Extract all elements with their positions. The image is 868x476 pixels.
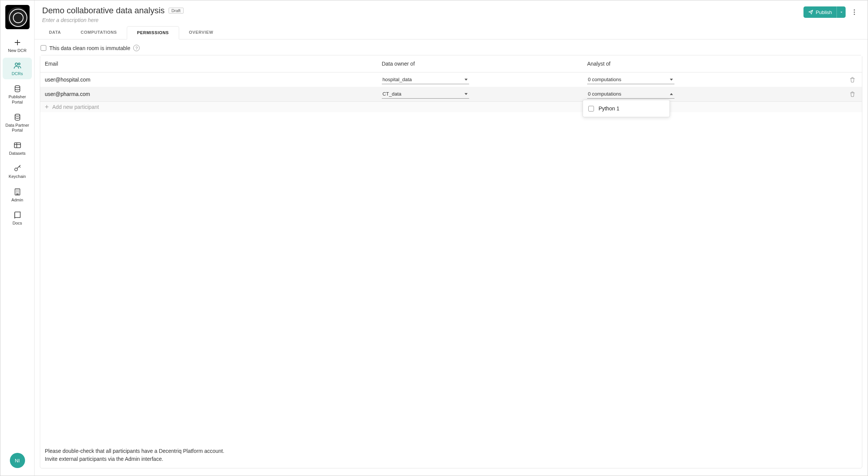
sidebar-item-new-dcr[interactable]: New DCR <box>3 35 32 56</box>
footer-line-1: Please double-check that all participant… <box>45 447 857 455</box>
cell-actions <box>788 72 862 87</box>
owner-value: CT_data <box>383 91 402 97</box>
topbar: Demo collaborative data analysis Draft P… <box>35 0 868 26</box>
plus-icon <box>13 38 22 47</box>
delete-row-button[interactable] <box>848 75 857 85</box>
analyst-select[interactable]: 0 computations <box>587 75 674 84</box>
sidebar-item-data-partner-portal[interactable]: Data Partner Portal <box>3 109 32 136</box>
tab-permissions[interactable]: PERMISSIONS <box>127 26 179 39</box>
svg-rect-4 <box>14 143 20 148</box>
sidebar-item-admin[interactable]: Admin <box>3 184 32 206</box>
sidebar-item-label: New DCR <box>8 48 27 53</box>
add-participant-label: Add new participant <box>52 104 99 110</box>
user-avatar[interactable]: NI <box>10 453 25 468</box>
permissions-panel: Email Data owner of Analyst of user@hosp… <box>40 55 862 468</box>
svg-point-8 <box>854 12 855 13</box>
sidebar-item-label: Publisher Portal <box>3 94 31 104</box>
more-menu-button[interactable] <box>849 6 860 18</box>
col-header-owner: Data owner of <box>377 55 583 72</box>
immutable-checkbox[interactable] <box>41 45 46 51</box>
cell-email[interactable]: user@pharma.com <box>40 87 377 102</box>
option-label: Python 1 <box>599 105 619 112</box>
key-icon <box>13 164 22 173</box>
footer-note: Please double-check that all participant… <box>40 443 862 468</box>
sidebar-item-label: Admin <box>11 198 23 203</box>
svg-point-0 <box>15 63 17 65</box>
sidebar: New DCR DCRs Publisher Portal Data Partn… <box>0 0 35 476</box>
tab-label: DATA <box>49 30 61 35</box>
option-checkbox[interactable] <box>588 106 594 112</box>
sidebar-item-keychain[interactable]: Keychain <box>3 160 32 182</box>
tab-label: COMPUTATIONS <box>81 30 117 35</box>
tab-data[interactable]: DATA <box>39 26 71 39</box>
owner-select[interactable]: hospital_data <box>382 75 469 84</box>
plus-icon: + <box>45 103 49 111</box>
cell-owner: CT_data <box>377 87 583 102</box>
add-participant-cell[interactable]: + Add new participant <box>40 102 862 113</box>
col-header-email: Email <box>40 55 377 72</box>
paper-plane-icon <box>808 9 813 15</box>
sidebar-item-publisher-portal[interactable]: Publisher Portal <box>3 81 32 107</box>
col-header-analyst: Analyst of <box>583 55 788 72</box>
table-row: user@hospital.com hospital_data 0 comput… <box>40 72 862 87</box>
analyst-dropdown: Python 1 <box>583 100 670 117</box>
delete-row-button[interactable] <box>848 89 857 99</box>
footer-line-2: Invite external participants via the Adm… <box>45 455 857 463</box>
status-badge: Draft <box>169 8 184 14</box>
svg-point-2 <box>15 86 20 88</box>
app-logo <box>5 5 30 29</box>
page-title: Demo collaborative data analysis <box>42 6 165 16</box>
tab-overview[interactable]: OVERVIEW <box>179 26 223 39</box>
analyst-select[interactable]: 0 computations <box>587 90 674 99</box>
trash-icon <box>849 91 855 97</box>
publish-button-main[interactable]: Publish <box>803 6 836 18</box>
svg-point-9 <box>854 14 855 15</box>
sidebar-item-datasets[interactable]: Datasets <box>3 137 32 159</box>
building-icon <box>13 188 22 196</box>
tabs: DATA COMPUTATIONS PERMISSIONS OVERVIEW <box>35 26 868 39</box>
immutable-row: This data clean room is immutable ? <box>40 44 862 55</box>
publish-caret[interactable] <box>836 6 846 18</box>
table-row: user@pharma.com CT_data 0 computations <box>40 87 862 102</box>
add-participant-row[interactable]: + Add new participant <box>40 102 862 113</box>
title-row: Demo collaborative data analysis Draft <box>42 6 799 16</box>
trash-icon <box>849 77 855 83</box>
permissions-table: Email Data owner of Analyst of user@hosp… <box>40 55 862 112</box>
col-header-actions <box>788 55 862 72</box>
book-icon <box>13 211 22 219</box>
main: Demo collaborative data analysis Draft P… <box>35 0 868 476</box>
sidebar-item-docs[interactable]: Docs <box>3 207 32 229</box>
sidebar-item-label: Datasets <box>9 151 25 156</box>
title-block: Demo collaborative data analysis Draft <box>42 6 799 26</box>
dropdown-option[interactable]: Python 1 <box>588 104 665 113</box>
owner-value: hospital_data <box>383 77 412 82</box>
table-header-row: Email Data owner of Analyst of <box>40 55 862 72</box>
tab-label: OVERVIEW <box>189 30 213 35</box>
sidebar-item-label: Keychain <box>9 174 26 179</box>
cell-email[interactable]: user@hospital.com <box>40 72 377 87</box>
more-vertical-icon <box>851 8 858 16</box>
content: This data clean room is immutable ? Emai… <box>35 39 868 476</box>
table-icon <box>13 141 22 149</box>
publish-button[interactable]: Publish <box>803 6 846 18</box>
owner-select[interactable]: CT_data <box>382 90 469 99</box>
sidebar-items: New DCR DCRs Publisher Portal Data Partn… <box>0 33 34 230</box>
svg-point-1 <box>18 63 20 65</box>
publish-label: Publish <box>816 9 832 15</box>
description-input[interactable] <box>42 16 799 26</box>
cell-analyst: 0 computations Python 1 <box>583 87 788 102</box>
users-icon <box>13 61 22 70</box>
database-icon <box>13 85 22 93</box>
tab-computations[interactable]: COMPUTATIONS <box>71 26 127 39</box>
sidebar-item-label: DCRs <box>12 71 23 76</box>
help-icon[interactable]: ? <box>133 45 140 51</box>
analyst-value: 0 computations <box>588 77 621 82</box>
sidebar-item-dcrs[interactable]: DCRs <box>3 58 32 79</box>
svg-point-3 <box>15 114 20 116</box>
svg-point-7 <box>854 9 855 11</box>
sidebar-item-label: Docs <box>13 221 22 226</box>
cell-actions <box>788 87 862 102</box>
immutable-label: This data clean room is immutable <box>49 45 130 51</box>
cell-owner: hospital_data <box>377 72 583 87</box>
avatar-initials: NI <box>15 458 20 463</box>
